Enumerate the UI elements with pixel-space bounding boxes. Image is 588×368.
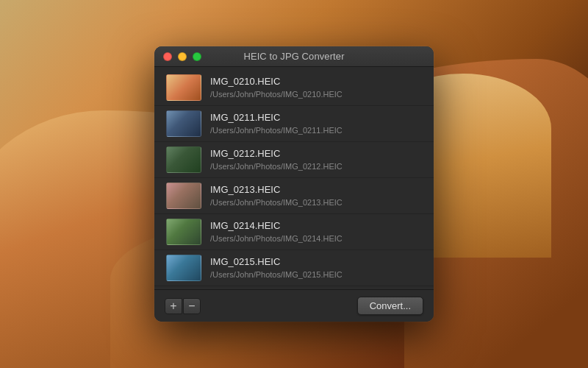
file-path: /Users/John/Photos/IMG_0215.HEIC — [210, 269, 422, 280]
file-info: IMG_0212.HEIC/Users/John/Photos/IMG_0212… — [210, 148, 422, 171]
file-info: IMG_0213.HEIC/Users/John/Photos/IMG_0213… — [210, 184, 422, 208]
add-file-button[interactable]: + — [165, 298, 182, 314]
file-name: IMG_0214.HEIC — [210, 220, 422, 233]
file-item[interactable]: IMG_0210.HEIC/Users/John/Photos/IMG_0210… — [154, 70, 434, 106]
file-item[interactable]: IMG_0212.HEIC/Users/John/Photos/IMG_0212… — [154, 142, 434, 178]
bottom-bar: + − Convert... — [154, 289, 434, 322]
file-info: IMG_0211.HEIC/Users/John/Photos/IMG_0211… — [210, 112, 422, 135]
file-item[interactable]: IMG_0214.HEIC/Users/John/Photos/IMG_0214… — [154, 214, 434, 250]
close-button[interactable] — [163, 52, 172, 61]
file-item[interactable]: IMG_0211.HEIC/Users/John/Photos/IMG_0211… — [154, 106, 434, 142]
file-name: IMG_0212.HEIC — [210, 148, 422, 160]
file-thumbnail — [166, 146, 201, 173]
add-remove-group: + − — [165, 298, 201, 314]
file-name: IMG_0213.HEIC — [210, 184, 422, 197]
file-item[interactable]: IMG_0213.HEIC/Users/John/Photos/IMG_0213… — [154, 178, 434, 214]
file-thumbnail — [166, 255, 201, 281]
file-path: /Users/John/Photos/IMG_0213.HEIC — [210, 197, 422, 208]
window-title: HEIC to JPG Converter — [243, 51, 344, 62]
maximize-button[interactable] — [193, 52, 201, 61]
minimize-button[interactable] — [178, 52, 187, 61]
file-path: /Users/John/Photos/IMG_0210.HEIC — [210, 89, 422, 99]
file-item[interactable]: IMG_0215.HEIC/Users/John/Photos/IMG_0215… — [154, 250, 434, 286]
file-name: IMG_0210.HEIC — [210, 76, 422, 88]
convert-button[interactable]: Convert... — [357, 297, 423, 315]
file-name: IMG_0211.HEIC — [210, 112, 422, 124]
remove-file-button[interactable]: − — [183, 298, 201, 314]
traffic-lights — [163, 52, 201, 61]
file-name: IMG_0215.HEIC — [210, 256, 422, 269]
title-bar: HEIC to JPG Converter — [154, 46, 434, 67]
app-window: HEIC to JPG Converter IMG_0210.HEIC/User… — [154, 46, 434, 322]
file-thumbnail — [166, 219, 201, 245]
file-path: /Users/John/Photos/IMG_0211.HEIC — [210, 125, 422, 135]
file-info: IMG_0214.HEIC/Users/John/Photos/IMG_0214… — [210, 220, 422, 244]
file-thumbnail — [166, 183, 201, 209]
file-list: IMG_0210.HEIC/Users/John/Photos/IMG_0210… — [154, 67, 434, 289]
file-path: /Users/John/Photos/IMG_0214.HEIC — [210, 233, 422, 244]
file-thumbnail — [166, 110, 201, 137]
file-path: /Users/John/Photos/IMG_0212.HEIC — [210, 161, 422, 171]
file-info: IMG_0210.HEIC/Users/John/Photos/IMG_0210… — [210, 76, 422, 99]
file-info: IMG_0215.HEIC/Users/John/Photos/IMG_0215… — [210, 256, 422, 280]
file-thumbnail — [166, 74, 201, 101]
